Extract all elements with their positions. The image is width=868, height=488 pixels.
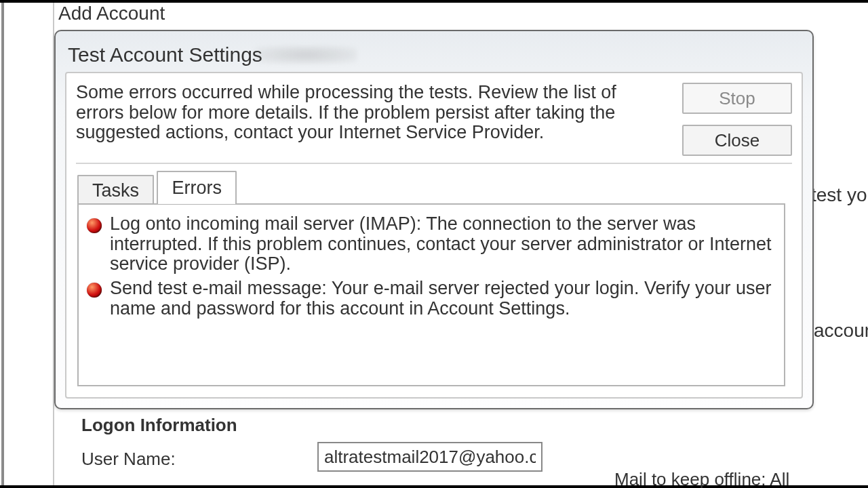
- tab-tasks[interactable]: Tasks: [77, 175, 154, 205]
- username-field[interactable]: [317, 442, 542, 472]
- bg-right-fragment-2: account: [814, 320, 868, 342]
- tab-errors[interactable]: Errors: [157, 171, 237, 204]
- test-account-settings-dialog: Test Account Settings Some errors occurr…: [54, 30, 814, 409]
- dialog-message: Some errors occurred while processing th…: [76, 83, 643, 143]
- errors-panel: Log onto incoming mail server (IMAP): Th…: [77, 203, 785, 386]
- bg-right-fragment-1: test you: [811, 184, 868, 206]
- dialog-title: Test Account Settings: [68, 43, 262, 66]
- username-label: User Name:: [81, 449, 176, 470]
- add-account-title: Add Account: [58, 3, 165, 24]
- error-icon: [87, 283, 102, 298]
- tab-strip: Tasks Errors: [77, 171, 237, 204]
- stop-button: Stop: [682, 83, 792, 114]
- dialog-body: Some errors occurred while processing th…: [65, 72, 803, 399]
- divider: [76, 163, 792, 164]
- mail-keep-offline-label: Mail to keep offline: All: [614, 469, 789, 488]
- logon-information-heading: Logon Information: [81, 415, 237, 436]
- outer-left-border: [1, 3, 4, 485]
- error-item: Log onto incoming mail server (IMAP): Th…: [87, 214, 776, 274]
- dialog-title-blur: [255, 46, 357, 64]
- error-text: Log onto incoming mail server (IMAP): Th…: [110, 214, 776, 274]
- error-icon: [87, 218, 102, 233]
- close-button[interactable]: Close: [682, 125, 792, 156]
- error-text: Send test e-mail message: Your e-mail se…: [110, 279, 776, 319]
- error-item: Send test e-mail message: Your e-mail se…: [87, 279, 776, 319]
